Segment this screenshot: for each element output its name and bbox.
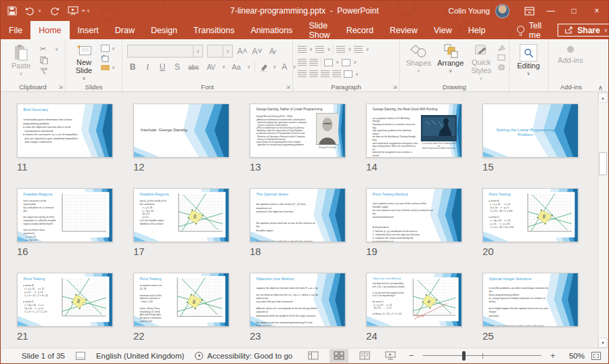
language-indicator[interactable]: English (United Kingdom) [96, 352, 184, 360]
account-name[interactable]: Colin Young [449, 7, 490, 15]
slide-sorter-view-button[interactable] [330, 349, 348, 363]
change-case-icon[interactable]: Aa [229, 63, 243, 71]
text-direction-icon[interactable] [354, 46, 363, 53]
addins-button[interactable]: Add-ins [554, 43, 587, 81]
tab-animations[interactable]: Animations [243, 21, 301, 39]
paste-options-dropdown-icon[interactable]: ∨ [55, 47, 58, 52]
slide-thumbnail-19[interactable]: Point Testing Method since optimal verte… [366, 188, 462, 273]
shadow-button[interactable]: S [172, 62, 183, 72]
normal-view-button[interactable] [304, 349, 323, 363]
increase-indent-icon[interactable] [309, 59, 318, 66]
font-color-icon[interactable]: A [280, 62, 288, 72]
clear-formatting-icon[interactable]: A̷ [267, 47, 277, 56]
reading-view-button[interactable] [355, 349, 374, 363]
new-slide-button[interactable]: New Slide∨ [70, 43, 97, 81]
bold-button[interactable]: B [127, 62, 138, 72]
vertical-scrollbar[interactable]: ▲ ▼ [597, 93, 608, 348]
slide-layout-icon[interactable] [101, 45, 110, 52]
italic-button[interactable]: I [142, 62, 153, 72]
shape-effects-icon[interactable] [497, 64, 505, 71]
section-icon[interactable] [101, 65, 110, 70]
align-text-icon[interactable] [342, 59, 351, 66]
zoom-slider[interactable] [423, 349, 541, 363]
slideshow-view-button[interactable] [381, 349, 400, 363]
arrange-button[interactable]: Arrange∨ [436, 43, 465, 81]
collapse-ribbon-icon[interactable]: ∧ [598, 84, 603, 91]
tab-file[interactable]: File [1, 21, 30, 39]
slide-thumbnail-16[interactable]: Feasible Regions each constraint can be … [17, 188, 113, 273]
customize-qat-icon[interactable]: ≖ ∨ [81, 8, 90, 14]
convert-smartart-icon[interactable] [344, 70, 353, 78]
clipboard-dialog-launcher[interactable]: ⇲ [58, 85, 63, 90]
tab-design[interactable]: Design [143, 21, 185, 39]
quick-styles-button[interactable]: Quick Styles∨ [468, 43, 494, 81]
scroll-up-icon[interactable]: ▲ [598, 93, 608, 103]
decrease-indent-icon[interactable] [298, 59, 307, 66]
justify-icon[interactable] [332, 70, 341, 78]
font-dialog-launcher[interactable]: ⇲ [286, 85, 290, 90]
maximize-button[interactable]: □ [562, 1, 585, 21]
scroll-down-icon[interactable]: ▼ [598, 338, 608, 348]
format-painter-icon[interactable] [40, 67, 48, 75]
shape-fill-icon[interactable] [497, 45, 505, 52]
slide-thumbnail-23[interactable]: Objective Line Method suppose the object… [250, 273, 346, 348]
character-spacing-icon[interactable]: AV [204, 64, 218, 71]
editing-button[interactable]: Editing∨ [514, 43, 543, 81]
redo-icon[interactable] [49, 7, 60, 16]
slide-thumbnail-20[interactable]: Point Testing ▸ vertex B x + y = 20 x = … [482, 188, 579, 273]
decrease-font-icon[interactable]: A˅ [252, 47, 263, 56]
tab-review[interactable]: Review [382, 21, 426, 39]
zoom-out-icon[interactable]: − [407, 350, 416, 361]
numbering-icon[interactable] [315, 46, 324, 53]
align-center-icon[interactable] [309, 70, 318, 78]
align-right-icon[interactable] [321, 70, 330, 78]
tab-insert[interactable]: Insert [70, 21, 107, 39]
slide-thumbnail-18[interactable]: The Optimal Vertex the optimal vertex is… [250, 188, 346, 273]
font-name-combo[interactable]: ∨ [127, 45, 203, 58]
start-slideshow-icon[interactable] [68, 6, 78, 16]
scrollbar-thumb[interactable] [599, 152, 607, 175]
ribbon-display-options-icon[interactable] [519, 1, 539, 21]
tab-transitions[interactable]: Transitions [185, 21, 243, 39]
shape-outline-icon[interactable] [497, 54, 505, 62]
slide-thumbnail-12[interactable]: Interlude: George Dantzig 12 [133, 104, 229, 188]
bullets-icon[interactable] [298, 46, 307, 53]
accessibility-status[interactable]: Accessibility: Good to go [195, 352, 292, 360]
align-left-icon[interactable] [298, 70, 307, 78]
line-spacing-icon[interactable] [336, 46, 345, 53]
tab-slideshow[interactable]: Slide Show [300, 21, 338, 39]
slide-thumbnail-25[interactable]: Optimal Integer Solutions in real life p… [482, 273, 579, 348]
tab-home[interactable]: Home [30, 21, 69, 39]
undo-icon[interactable] [25, 7, 35, 16]
slide-thumbnail-11[interactable]: Brief Summary to formulate given informa… [17, 104, 113, 188]
minimize-button[interactable]: — [539, 1, 562, 21]
copy-icon[interactable] [40, 56, 48, 64]
zoom-in-icon[interactable]: + [548, 350, 558, 361]
font-size-combo[interactable]: ∨ [207, 45, 233, 58]
increase-font-icon[interactable]: A˄ [237, 47, 248, 56]
slide-thumbnail-22[interactable]: Point Testing an optimal vertex is at (1… [133, 273, 229, 348]
shapes-button[interactable]: Shapes∨ [405, 43, 432, 81]
paste-button[interactable]: Paste∨ [5, 43, 37, 81]
tab-view[interactable]: View [426, 21, 460, 39]
slide-counter[interactable]: Slide 1 of 35 [22, 352, 65, 360]
highlight-color-icon[interactable] [259, 63, 269, 72]
slide-thumbnail-13[interactable]: George Dantzig, Father of Linear Program… [250, 104, 346, 188]
paragraph-dialog-launcher[interactable]: ⇲ [392, 85, 397, 90]
slide-thumbnail-15[interactable]: Solving the Linear Programming Problem 1… [482, 104, 579, 188]
undo-dropdown-icon[interactable]: ∨ [38, 8, 41, 14]
columns-icon[interactable] [324, 59, 333, 66]
slide-thumbnail-24[interactable]: Objective Line Method one objective line… [366, 273, 462, 348]
tab-record[interactable]: Record [338, 21, 382, 39]
close-button[interactable]: × [585, 1, 608, 21]
zoom-slider-thumb[interactable] [462, 351, 466, 361]
strikethrough-button[interactable]: abc [187, 64, 200, 71]
slide-thumbnail-17[interactable]: Feasible Regions any (x, y) that satisfy… [133, 188, 229, 273]
tab-help[interactable]: Help [460, 21, 494, 39]
tell-me[interactable]: Tell me [512, 21, 549, 39]
share-button[interactable]: Share∨ [558, 24, 609, 37]
zoom-level[interactable]: 50% [564, 352, 585, 360]
slide-thumbnail-14[interactable]: George Dantzig, the Real Good Will Hunti… [366, 104, 462, 188]
tab-draw[interactable]: Draw [107, 21, 143, 39]
save-icon[interactable] [7, 6, 17, 16]
